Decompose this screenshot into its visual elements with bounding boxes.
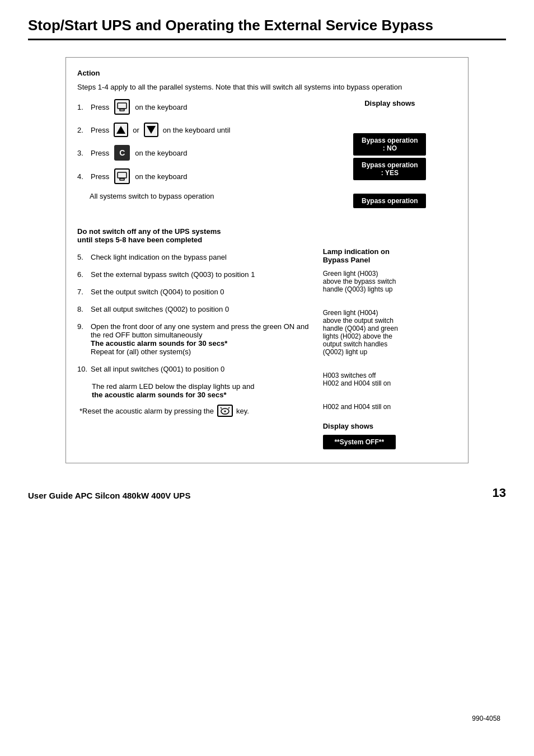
arrow-down-icon (147, 126, 156, 134)
display-shows-header: Display shows (364, 99, 415, 107)
step-1-text: Press (91, 103, 109, 111)
warning-line2: until steps 5-8 have been completed (77, 236, 221, 244)
bypass-op-plain: Bypass operation (362, 197, 418, 205)
step-1-suffix: on the keyboard (135, 103, 187, 111)
system-off-text: **System OFF** (334, 438, 384, 446)
bypass-op-no-line2: : NO (383, 144, 397, 152)
step-1-num: 1. (77, 103, 87, 111)
display-shows-col: Display shows Bypass operation : NO Bypa… (323, 99, 457, 210)
step-5-num: 5. (77, 253, 87, 261)
steps-lower-right: Lamp indication on Bypass Panel Green li… (323, 227, 457, 452)
lamp-7: H003 switches offH002 and H004 still on (323, 372, 457, 387)
step-3-num: 3. (77, 149, 87, 157)
step-3-suffix: on the keyboard (135, 149, 187, 157)
step-4: 4. Press on the keyboard (77, 168, 312, 184)
action-header: Action (77, 69, 457, 77)
bypass-op-yes-line1: Bypass operation (362, 161, 418, 169)
step-6-num: 6. (77, 270, 87, 279)
step-9-content: Open the front door of any one system an… (91, 322, 312, 356)
step-10-text: Set all input switches (Q001) to positio… (91, 365, 224, 373)
step-3-text: Press (91, 149, 109, 157)
step-4-text: Press (91, 172, 109, 181)
step-10: 10. Set all input switches (Q001) to pos… (77, 365, 312, 373)
step-10-note: The red alarm LED below the display ligh… (92, 382, 312, 399)
step-3: 3. Press C on the keyboard (77, 145, 312, 161)
step-7-text: Set the output switch (Q004) to position… (91, 288, 224, 296)
intro-text: Steps 1-4 apply to all the parallel syst… (77, 83, 457, 91)
step-4-suffix: on the keyboard (135, 172, 187, 181)
warning-text: Do not switch off any of the UPS systems… (77, 227, 312, 244)
divider-space (77, 210, 457, 222)
step-10-num: 10. (77, 365, 87, 373)
system-off-box: **System OFF** (323, 435, 396, 449)
reset-line: *Reset the acoustic alarm by pressing th… (79, 405, 312, 417)
step-9-text: Open the front door of any one system an… (91, 322, 309, 339)
step-5: 5. Check light indication on the bypass … (77, 253, 312, 261)
warning-line1: Do not switch off any of the UPS systems (77, 227, 221, 236)
display-shows-header-9: Display shows (323, 422, 457, 430)
svg-rect-1 (120, 109, 124, 111)
step-9-bold: The acoustic alarm sounds for 30 secs* (91, 339, 227, 348)
content-box: Action Steps 1-4 apply to all the parall… (65, 57, 469, 463)
step-8-num: 8. (77, 305, 87, 313)
lamp-header-line2: Bypass Panel (323, 256, 371, 264)
svg-point-11 (224, 411, 226, 412)
svg-rect-0 (118, 103, 127, 109)
step-9-extra: Repeat for (all) other system(s) (91, 348, 191, 356)
arrow-up-key (114, 123, 128, 137)
display-box-no: Bypass operation : NO (353, 133, 426, 156)
step-8: 8. Set all output switches (Q002) to pos… (77, 305, 312, 313)
alarm-key-icon (217, 405, 233, 417)
sys-key-icon-1 (114, 99, 130, 115)
step-7: 7. Set the output switch (Q004) to posit… (77, 288, 312, 296)
steps-left-col: 1. Press on the keyboard (77, 99, 312, 210)
reset-suffix: key. (236, 407, 249, 415)
footer: User Guide APC Silcon 480kW 400V UPS 13 (28, 486, 506, 500)
steps-top-section: 1. Press on the keyboard (77, 99, 457, 210)
page-container: Stop/Start UPS and Operating the Externa… (0, 0, 534, 756)
step-2-text: Press (91, 126, 109, 134)
footer-page: 13 (493, 486, 506, 500)
display-box-yes: Bypass operation : YES (353, 158, 426, 180)
all-systems-note: All systems switch to bypass operation (90, 192, 312, 200)
step-1: 1. Press on the keyboard (77, 99, 312, 115)
step-4-num: 4. (77, 172, 87, 181)
display-shows-step9: Display shows **System OFF** (323, 422, 457, 449)
step-2-or: or (133, 126, 139, 134)
svg-rect-5 (120, 179, 124, 180)
step-9: 9. Open the front door of any one system… (77, 322, 312, 356)
footer-title: User Guide APC Silcon 480kW 400V UPS (28, 491, 190, 500)
c-key-icon: C (114, 145, 130, 161)
bypass-op-no-line1: Bypass operation (362, 137, 418, 144)
step-5-text: Check light indication on the bypass pan… (91, 253, 227, 261)
step-2: 2. Press or on the keyboard until (77, 123, 312, 137)
step-2-num: 2. (77, 126, 87, 134)
svg-line-9 (221, 407, 222, 408)
svg-rect-4 (118, 172, 127, 178)
arrow-down-key (144, 123, 158, 137)
step-9-num: 9. (77, 322, 87, 331)
lamp-header-block: Lamp indication on Bypass Panel (323, 247, 457, 264)
steps-lower-section: Do not switch off any of the UPS systems… (77, 227, 457, 452)
page-title: Stop/Start UPS and Operating the Externa… (28, 17, 506, 40)
reset-prefix: *Reset the acoustic alarm by pressing th… (79, 407, 214, 415)
bypass-op-yes-line2: : YES (381, 169, 399, 177)
step-10-note-line1: The red alarm LED below the display ligh… (92, 382, 312, 391)
svg-line-10 (228, 407, 229, 408)
lamp-header: Lamp indication on Bypass Panel (323, 247, 457, 264)
step-6-text: Set the external bypass switch (Q003) to… (91, 270, 255, 279)
step-8-text: Set all output switches (Q002) to positi… (91, 305, 229, 313)
lamp-5: Green light (H003)above the bypass switc… (323, 270, 457, 293)
sys-key-icon-2 (114, 168, 130, 184)
step-10-note-line2: the acoustic alarm sounds for 30 secs* (92, 391, 312, 399)
doc-number: 990-4058 (472, 715, 500, 722)
display-box-bypass: Bypass operation (353, 194, 426, 208)
lamp-6: Green light (H004)above the output switc… (323, 309, 457, 356)
step-2-suffix: on the keyboard until (163, 126, 231, 134)
lamp-8: H002 and H004 still on (323, 403, 457, 411)
step-7-num: 7. (77, 288, 87, 296)
lamp-header-line1: Lamp indication on (323, 247, 390, 256)
steps-lower-left: Do not switch off any of the UPS systems… (77, 227, 312, 452)
arrow-up-icon (116, 126, 125, 134)
step-6: 6. Set the external bypass switch (Q003)… (77, 270, 312, 279)
